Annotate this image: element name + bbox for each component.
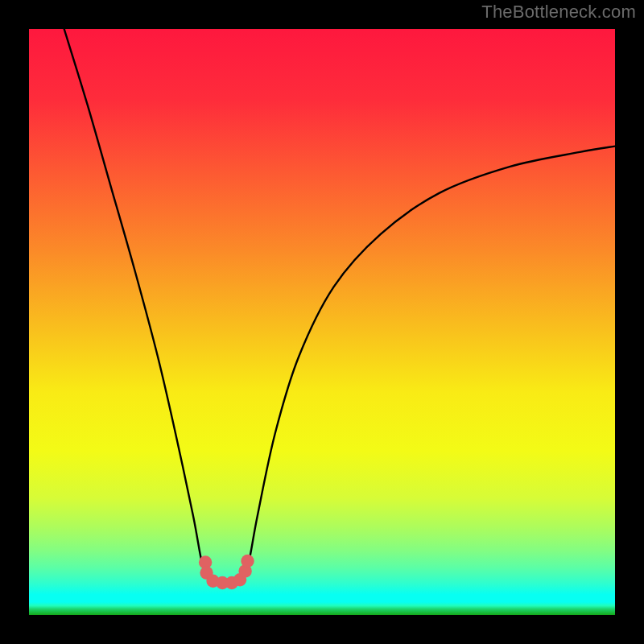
bottleneck-curve (29, 29, 615, 615)
chart-frame: TheBottleneck.com (0, 0, 644, 644)
watermark-text: TheBottleneck.com (481, 2, 636, 23)
curve-marker (241, 555, 254, 568)
plot-area (29, 29, 615, 615)
